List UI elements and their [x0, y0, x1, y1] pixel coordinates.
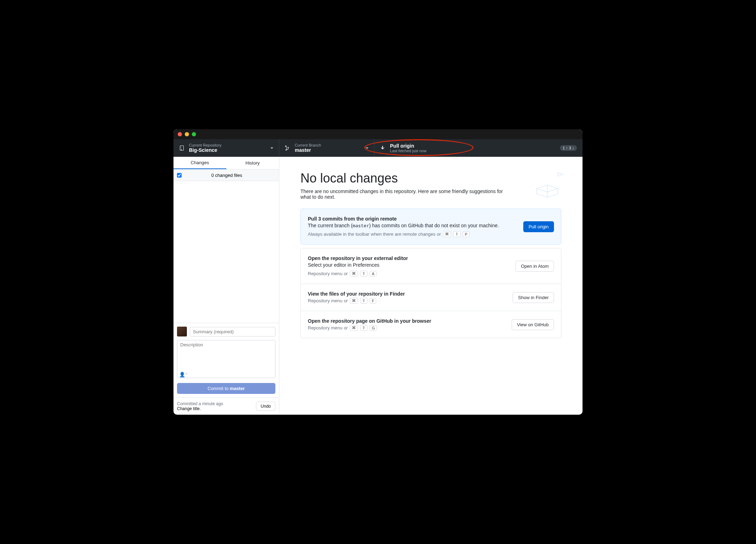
pull-card-hint: Always available in the toolbar when the…	[308, 231, 516, 237]
titlebar	[173, 129, 583, 139]
illustration	[533, 171, 568, 199]
window-minimize-button[interactable]	[185, 132, 189, 136]
pull-card-desc: The current branch (master) has commits …	[308, 223, 516, 228]
tab-changes[interactable]: Changes	[173, 157, 226, 169]
finder-card-title: View the files of your repository in Fin…	[308, 291, 506, 297]
kbd: G	[370, 325, 377, 331]
body: Changes History 0 changed files 👤⁺ Commi…	[173, 157, 583, 415]
undo-meta: Committed a minute ago	[177, 401, 253, 406]
kbd: P	[463, 231, 469, 237]
editor-card-hint: Repository menu or ⌘ ⇧ A	[308, 271, 508, 277]
description-input[interactable]	[177, 340, 275, 378]
suggestion-stack: Open the repository in your external edi…	[300, 248, 561, 338]
page-subtitle: There are no uncommitted changes in this…	[300, 188, 512, 200]
select-all-checkbox[interactable]	[177, 173, 182, 178]
sidebar: Changes History 0 changed files 👤⁺ Commi…	[173, 157, 279, 415]
pull-text: Pull origin Last fetched just now	[390, 143, 556, 153]
pull-origin-toolbar-button[interactable]: Pull origin Last fetched just now 1 ↑ 3 …	[374, 139, 583, 157]
pull-sub: Last fetched just now	[390, 149, 556, 153]
kbd: ⌘	[350, 298, 358, 304]
window-maximize-button[interactable]	[192, 132, 196, 136]
tab-history[interactable]: History	[226, 157, 279, 169]
arrow-down-icon: ↓	[572, 146, 574, 150]
main-content: No local changes There are no uncommitte…	[279, 157, 583, 415]
toolbar: Current Repository Big-Science Current B…	[173, 139, 583, 157]
editor-card: Open the repository in your external edi…	[301, 248, 561, 284]
kbd: ⇧	[453, 231, 461, 237]
commit-branch: master	[230, 386, 245, 391]
view-github-button[interactable]: View on GitHub	[512, 319, 554, 330]
kbd: ⌘	[443, 231, 451, 237]
github-card-title: Open the repository page on GitHub in yo…	[308, 318, 505, 324]
undo-message: Change title.	[177, 406, 253, 411]
branch-label: Current Branch	[295, 143, 361, 147]
show-finder-button[interactable]: Show in Finder	[513, 292, 554, 303]
finder-card: View the files of your repository in Fin…	[301, 284, 561, 311]
github-card-hint: Repository menu or ⌘ ⇧ G	[308, 325, 505, 331]
window-close-button[interactable]	[178, 132, 182, 136]
avatar	[177, 327, 187, 336]
open-editor-button[interactable]: Open in Atom	[516, 261, 554, 272]
kbd: F	[370, 298, 376, 304]
kbd: ⇧	[360, 325, 367, 331]
branch-icon	[285, 145, 291, 151]
branch-value: master	[295, 147, 361, 153]
badge-down-count: 3	[569, 146, 571, 150]
commit-box: 👤⁺ Commit to master	[173, 323, 279, 397]
pull-card: Pull 3 commits from the origin remote Th…	[300, 209, 561, 245]
page-title: No local changes	[300, 171, 561, 186]
github-card: Open the repository page on GitHub in yo…	[301, 311, 561, 338]
undo-box: Committed a minute ago Change title. Und…	[173, 397, 279, 415]
kbd: A	[370, 271, 376, 277]
commit-prefix: Commit to	[208, 386, 230, 391]
co-author-icon[interactable]: 👤⁺	[179, 372, 188, 377]
repo-icon	[179, 145, 185, 151]
pull-card-title: Pull 3 commits from the origin remote	[308, 216, 516, 222]
commit-button[interactable]: Commit to master	[177, 383, 275, 394]
pull-origin-button[interactable]: Pull origin	[523, 221, 554, 232]
kbd: ⇧	[360, 271, 367, 277]
editor-card-title: Open the repository in your external edi…	[308, 255, 508, 261]
chevron-down-icon	[366, 147, 368, 149]
app-window: Current Repository Big-Science Current B…	[173, 129, 583, 415]
repo-label: Current Repository	[189, 143, 266, 147]
preferences-link[interactable]: Preferences	[353, 262, 379, 268]
repo-selector[interactable]: Current Repository Big-Science	[173, 139, 279, 157]
download-icon	[380, 145, 386, 151]
kbd: ⇧	[360, 298, 367, 304]
pull-label: Pull origin	[390, 143, 556, 149]
pull-badge: 1 ↑ 3 ↓	[560, 145, 577, 151]
chevron-down-icon	[270, 147, 273, 149]
branch-text: Current Branch master	[295, 143, 361, 153]
branch-selector[interactable]: Current Branch master	[279, 139, 374, 157]
repo-text: Current Repository Big-Science	[189, 143, 266, 153]
summary-input[interactable]	[190, 327, 275, 336]
undo-button[interactable]: Undo	[256, 402, 275, 411]
sidebar-tabs: Changes History	[173, 157, 279, 169]
changed-files-row: 0 changed files	[173, 169, 279, 181]
finder-card-hint: Repository menu or ⌘ ⇧ F	[308, 298, 506, 304]
arrow-up-icon: ↑	[566, 146, 568, 150]
changes-list	[173, 181, 279, 323]
kbd: ⌘	[350, 271, 358, 277]
editor-card-desc: Select your editor in Preferences	[308, 262, 508, 268]
kbd: ⌘	[350, 325, 358, 331]
repo-value: Big-Science	[189, 147, 266, 153]
changed-files-label: 0 changed files	[185, 173, 275, 178]
badge-up-count: 1	[563, 146, 565, 150]
